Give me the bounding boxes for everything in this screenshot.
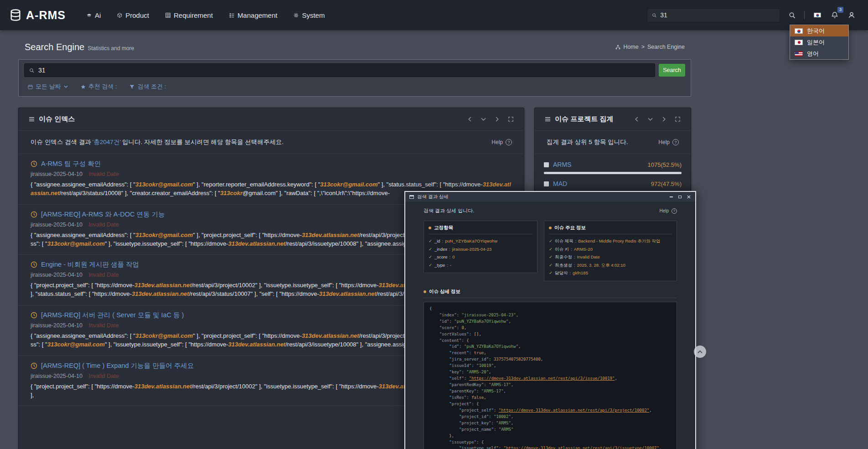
bullet-icon <box>549 227 552 229</box>
modal-titlebar[interactable]: 검색 결과 상세 <box>405 192 695 202</box>
field-row: ✓최종수정:Invalid Date <box>549 253 672 261</box>
search-filters: 모든 날짜 추천 검색 : 검색 조건 : <box>24 83 685 91</box>
field-label: 최종수정 <box>555 254 572 259</box>
result-title-link[interactable]: [ARMS-REQ] 서버 관리 ( Server 모듈 및 IaC 등 ) <box>41 311 184 320</box>
result-title-link[interactable]: Engine - 비회원 게시판 샘플 작업 <box>41 260 139 269</box>
breadcrumb-separator: > <box>641 44 645 50</box>
minimize-icon[interactable] <box>669 196 673 198</box>
caret-down-icon <box>64 85 68 88</box>
main-search-input[interactable] <box>38 67 650 74</box>
nav-item-product[interactable]: Product <box>117 11 149 19</box>
help-button[interactable]: Help ? <box>491 139 512 145</box>
modal-title: 검색 결과 상세 <box>417 194 449 200</box>
project-checkbox[interactable] <box>544 162 549 167</box>
filter-label: 검색 조건 : <box>137 83 166 91</box>
navbar-search-input[interactable] <box>660 11 775 19</box>
breadcrumb-home-link[interactable]: Home <box>623 44 638 50</box>
graduation-cap-icon <box>87 13 92 18</box>
result-date: Invalid Date <box>88 272 119 278</box>
issue-index-message: 이슈 인덱스 검색 결과 '총2047건' 입니다. 자세한 정보를 보시려면 … <box>19 131 524 154</box>
result-index: jiraissue-2025-04-10 <box>31 272 83 278</box>
window-icon <box>409 195 414 199</box>
check-icon: ✓ <box>429 247 432 252</box>
project-name-link[interactable]: ARMS <box>553 161 571 168</box>
section-title: 고정항목 <box>434 225 453 231</box>
korea-flag-icon <box>814 13 821 17</box>
section-header: 이슈 주요 정보 <box>549 225 672 234</box>
search-detail-modal: 검색 결과 상세 검색 결과 상세 입니다. Help ? 고정항목 ✓_id:… <box>404 191 696 449</box>
result-title-link[interactable]: A-RMS 팀 구성 확인 <box>41 160 101 168</box>
issue-json-code-block[interactable]: { "index": "jiraissue-2025-04-23", "id":… <box>424 302 677 449</box>
nav-item-label: System <box>302 11 325 19</box>
aggregate-message: 집계 결과 상위 5 항목 입니다. Help ? <box>535 131 691 154</box>
project-name-link[interactable]: MAD <box>553 180 567 187</box>
language-label: 한국어 <box>807 27 825 35</box>
aggregate-row-arms: ARMS 1075(52.5%) <box>544 156 682 175</box>
close-icon[interactable] <box>687 195 691 199</box>
scroll-top-button[interactable] <box>694 346 706 358</box>
field-label: 담당자 <box>555 270 568 275</box>
field-label: _type <box>434 263 445 268</box>
language-option-english[interactable]: 영어 <box>790 48 848 59</box>
nav-item-label: Requirement <box>174 11 213 19</box>
help-label: Help <box>491 139 503 145</box>
search-row: Search <box>24 63 685 77</box>
field-label: 이슈 키 <box>555 247 569 252</box>
filter-all-dates[interactable]: 모든 날짜 <box>28 83 68 91</box>
notification-badge: 3 <box>837 7 843 13</box>
search-panel: Search 모든 날짜 추천 검색 : 검색 조건 : <box>18 59 691 97</box>
result-index: jiraissue-2025-04-10 <box>31 373 83 379</box>
navbar-search-button[interactable] <box>788 11 796 20</box>
project-checkbox[interactable] <box>544 181 549 186</box>
list-icon <box>29 117 35 122</box>
nav-item-system[interactable]: System <box>294 11 325 19</box>
filter-search-conditions[interactable]: 검색 조건 : <box>129 83 166 91</box>
chevron-right-icon[interactable] <box>661 116 667 122</box>
clock-icon <box>31 211 37 218</box>
user-icon <box>848 11 855 19</box>
brand[interactable]: A-RMS <box>9 9 66 22</box>
filter-recommended-search[interactable]: 추천 검색 : <box>81 83 117 91</box>
check-icon: ✓ <box>429 254 432 259</box>
help-button[interactable]: Help ? <box>659 208 677 214</box>
chevron-down-icon[interactable] <box>647 116 653 122</box>
chevron-down-icon[interactable] <box>480 116 486 122</box>
field-value: 2025. 3. 28. 오후 4:02:10 <box>577 263 625 268</box>
chevron-left-icon[interactable] <box>634 116 640 122</box>
user-button[interactable] <box>847 10 856 20</box>
expand-icon[interactable] <box>675 116 681 122</box>
japan-flag-icon <box>795 40 803 45</box>
field-label: 이슈 제목 <box>555 238 574 243</box>
modal-message-text: 검색 결과 상세 입니다. <box>424 207 474 214</box>
result-title-link[interactable]: [ARMS-REQ] ( Time ) Expand 기능을 만들어 주세요 <box>41 361 194 370</box>
maximize-icon[interactable] <box>678 195 682 199</box>
language-option-korean[interactable]: 한국어 <box>790 25 848 36</box>
nav-item-requirement[interactable]: Requirement <box>165 11 213 19</box>
message-suffix: 입니다. 자세한 정보를 보시려면 해당 항목을 선택해주세요. <box>122 138 284 146</box>
chevron-left-icon[interactable] <box>467 116 473 122</box>
field-row: ✓_score:0 <box>429 253 532 261</box>
question-circle-icon: ? <box>506 139 512 145</box>
result-title-link[interactable]: [ARMS-REQ] A-RMS 와 A-DOC 연동 기능 <box>41 210 165 219</box>
help-button[interactable]: Help ? <box>658 139 679 145</box>
field-row: ✓이슈 키:ARMS-20 <box>549 245 672 253</box>
language-dropdown: 한국어 일본어 영어 <box>790 25 849 60</box>
expand-icon[interactable] <box>508 116 514 122</box>
section-title: 이슈 주요 정보 <box>554 225 586 231</box>
field-label: _score <box>434 254 448 259</box>
panel-title-text: 이슈 인덱스 <box>39 115 75 124</box>
check-icon: ✓ <box>549 263 553 268</box>
language-option-japanese[interactable]: 일본어 <box>790 36 848 48</box>
nav-item-ai[interactable]: Ai <box>87 11 101 19</box>
section-title: 이슈 상세 정보 <box>429 289 460 295</box>
notifications-button[interactable]: 3 <box>830 10 839 20</box>
issue-index-header: 이슈 인덱스 <box>19 108 524 131</box>
language-menu-button[interactable] <box>812 11 822 19</box>
nav-item-label: Ai <box>95 11 101 19</box>
project-count-value: 1075(52.5%) <box>648 161 682 168</box>
chevron-right-icon[interactable] <box>494 116 500 122</box>
nav-item-management[interactable]: Management <box>229 11 278 19</box>
search-button[interactable]: Search <box>659 64 685 77</box>
progress-bar-track <box>544 172 682 174</box>
help-label: Help <box>658 139 670 145</box>
